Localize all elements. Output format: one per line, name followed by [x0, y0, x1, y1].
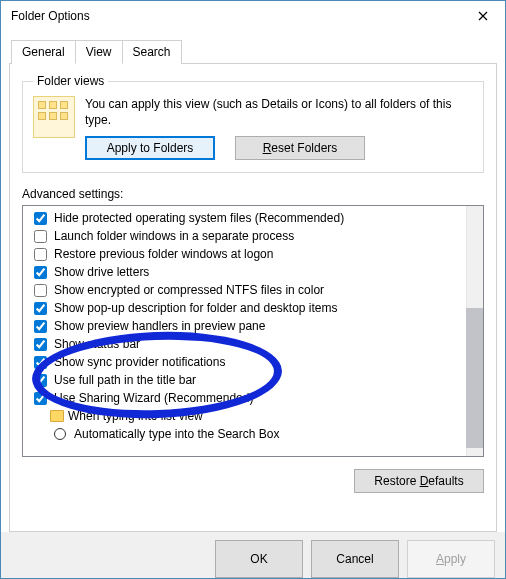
restore-defaults-button[interactable]: Restore Defaults	[354, 469, 484, 493]
adv-item-4[interactable]: Show encrypted or compressed NTFS files …	[34, 281, 482, 299]
folder-views-legend: Folder views	[33, 74, 108, 88]
dialog-footer: OK Cancel Apply	[1, 532, 505, 578]
folder-views-group: Folder views You can apply this view (su…	[22, 74, 484, 173]
apply-button[interactable]: Apply	[407, 540, 495, 578]
adv-radio-row[interactable]: Automatically type into the Search Box	[34, 425, 482, 443]
adv-checkbox-2[interactable]	[34, 248, 47, 261]
adv-checkbox-5[interactable]	[34, 302, 47, 315]
adv-label-5: Show pop-up description for folder and d…	[54, 301, 338, 315]
adv-label-6: Show preview handlers in preview pane	[54, 319, 265, 333]
adv-item-6[interactable]: Show preview handlers in preview pane	[34, 317, 482, 335]
tab-strip: General View Search	[9, 40, 497, 64]
adv-radio-label: Automatically type into the Search Box	[74, 427, 279, 441]
adv-checkbox-0[interactable]	[34, 212, 47, 225]
adv-label-3: Show drive letters	[54, 265, 149, 279]
adv-checkbox-1[interactable]	[34, 230, 47, 243]
folder-icon	[50, 410, 64, 422]
adv-label-9: Use full path in the title bar	[54, 373, 196, 387]
scrollbar-thumb[interactable]	[466, 308, 483, 448]
tab-general[interactable]: General	[11, 40, 76, 64]
reset-folders-button[interactable]: Reset Folders	[235, 136, 365, 160]
folder-views-desc: You can apply this view (such as Details…	[85, 96, 473, 128]
adv-label-2: Restore previous folder windows at logon	[54, 247, 273, 261]
adv-item-8[interactable]: Show sync provider notifications	[34, 353, 482, 371]
adv-checkbox-6[interactable]	[34, 320, 47, 333]
adv-item-2[interactable]: Restore previous folder windows at logon	[34, 245, 482, 263]
adv-checkbox-10[interactable]	[34, 392, 47, 405]
adv-item-3[interactable]: Show drive letters	[34, 263, 482, 281]
adv-checkbox-4[interactable]	[34, 284, 47, 297]
window-title: Folder Options	[1, 9, 460, 23]
adv-checkbox-9[interactable]	[34, 374, 47, 387]
adv-item-5[interactable]: Show pop-up description for folder and d…	[34, 299, 482, 317]
adv-item-0[interactable]: Hide protected operating system files (R…	[34, 209, 482, 227]
close-icon	[478, 11, 488, 21]
adv-label-1: Launch folder windows in a separate proc…	[54, 229, 294, 243]
folder-views-icon	[33, 96, 75, 138]
adv-label-0: Hide protected operating system files (R…	[54, 211, 344, 225]
advanced-settings-label: Advanced settings:	[22, 187, 484, 201]
adv-item-10[interactable]: Use Sharing Wizard (Recommended)	[34, 389, 482, 407]
adv-label-8: Show sync provider notifications	[54, 355, 225, 369]
adv-checkbox-3[interactable]	[34, 266, 47, 279]
titlebar: Folder Options	[1, 1, 505, 31]
adv-item-1[interactable]: Launch folder windows in a separate proc…	[34, 227, 482, 245]
adv-item-7[interactable]: Show status bar	[34, 335, 482, 353]
tab-panel-view: Folder views You can apply this view (su…	[9, 63, 497, 532]
ok-button[interactable]: OK	[215, 540, 303, 578]
adv-checkbox-7[interactable]	[34, 338, 47, 351]
adv-label-7: Show status bar	[54, 337, 140, 351]
adv-item-9[interactable]: Use full path in the title bar	[34, 371, 482, 389]
adv-group-when-typing: When typing into list view	[34, 407, 482, 425]
folder-options-window: Folder Options General View Search Folde…	[0, 0, 506, 579]
apply-to-folders-button[interactable]: Apply to Folders	[85, 136, 215, 160]
tab-search[interactable]: Search	[122, 40, 182, 64]
scrollbar-track[interactable]	[466, 206, 483, 456]
adv-label-4: Show encrypted or compressed NTFS files …	[54, 283, 324, 297]
adv-group-label: When typing into list view	[68, 409, 203, 423]
cancel-button[interactable]: Cancel	[311, 540, 399, 578]
dialog-body: General View Search Folder views You can…	[1, 31, 505, 532]
adv-label-10: Use Sharing Wizard (Recommended)	[54, 391, 253, 405]
close-button[interactable]	[460, 1, 505, 31]
radio-icon[interactable]	[54, 428, 66, 440]
advanced-settings-list: Hide protected operating system files (R…	[22, 205, 484, 457]
adv-checkbox-8[interactable]	[34, 356, 47, 369]
tab-view[interactable]: View	[75, 40, 123, 64]
